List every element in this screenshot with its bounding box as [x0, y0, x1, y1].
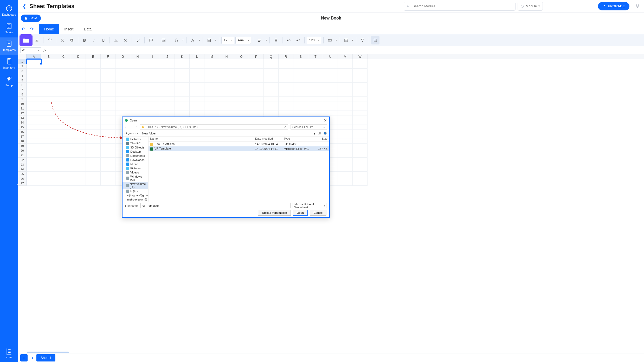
nav-forward-icon[interactable]: → — [130, 125, 133, 128]
cell[interactable] — [160, 73, 175, 78]
cell[interactable] — [27, 87, 41, 92]
cell[interactable] — [219, 111, 234, 115]
cell[interactable] — [41, 59, 56, 64]
cell-reference-box[interactable]: A1▾ — [20, 47, 41, 53]
link-icon[interactable] — [134, 36, 142, 44]
cell[interactable] — [234, 106, 249, 111]
cell[interactable] — [130, 69, 145, 73]
fill-dropdown[interactable]: ▾ — [182, 39, 184, 42]
cell[interactable] — [71, 148, 86, 153]
row-header[interactable]: 17 — [18, 134, 27, 139]
cell[interactable] — [101, 106, 115, 111]
cell[interactable] — [101, 144, 115, 148]
scroll-thumb[interactable] — [27, 352, 69, 353]
cell[interactable] — [204, 83, 219, 87]
cell[interactable] — [101, 115, 115, 120]
col-header[interactable]: N — [219, 54, 234, 59]
cell[interactable] — [56, 134, 71, 139]
cell[interactable] — [115, 87, 130, 92]
cell[interactable] — [115, 73, 130, 78]
cell[interactable] — [27, 101, 41, 106]
cell[interactable] — [71, 101, 86, 106]
cell[interactable] — [71, 153, 86, 158]
row-header[interactable]: 16 — [18, 130, 27, 134]
cell[interactable] — [86, 134, 101, 139]
cell[interactable] — [353, 87, 368, 92]
cell[interactable] — [145, 106, 160, 111]
col-header[interactable]: L — [190, 54, 204, 59]
filter-icon[interactable] — [358, 36, 367, 44]
cell[interactable] — [101, 69, 115, 73]
cell[interactable] — [353, 134, 368, 139]
cell[interactable] — [101, 64, 115, 69]
cell[interactable] — [234, 59, 249, 64]
cell[interactable] — [190, 59, 204, 64]
cell[interactable] — [56, 111, 71, 115]
row-header[interactable]: 7 — [18, 87, 27, 92]
cell[interactable] — [71, 115, 86, 120]
cell[interactable] — [101, 73, 115, 78]
cell[interactable] — [308, 97, 323, 101]
number-format-select[interactable]: 123 — [307, 37, 321, 44]
col-header[interactable]: O — [234, 54, 249, 59]
cell[interactable] — [338, 83, 353, 87]
cell[interactable] — [175, 73, 190, 78]
cell[interactable] — [204, 101, 219, 106]
cell[interactable] — [308, 59, 323, 64]
cell[interactable] — [41, 87, 56, 92]
cell[interactable] — [41, 115, 56, 120]
cell[interactable] — [56, 106, 71, 111]
cell[interactable] — [279, 87, 293, 92]
cell[interactable] — [338, 64, 353, 69]
cell[interactable] — [353, 162, 368, 167]
cell[interactable] — [353, 97, 368, 101]
cell[interactable] — [160, 92, 175, 97]
cell[interactable] — [293, 97, 308, 101]
cell[interactable] — [308, 101, 323, 106]
row-header[interactable]: 15 — [18, 125, 27, 130]
cell[interactable] — [234, 111, 249, 115]
cell[interactable] — [308, 92, 323, 97]
row-header[interactable]: 22 — [18, 158, 27, 162]
cell[interactable] — [264, 64, 279, 69]
cell[interactable] — [338, 73, 353, 78]
cell[interactable] — [234, 64, 249, 69]
cell[interactable] — [264, 78, 279, 83]
cell[interactable] — [86, 64, 101, 69]
cell[interactable] — [204, 73, 219, 78]
tree-item[interactable]: New Volume (D:) — [123, 182, 148, 189]
download-icon[interactable] — [33, 36, 41, 44]
open-file-button[interactable] — [20, 35, 32, 46]
cell[interactable] — [353, 120, 368, 125]
cell[interactable] — [353, 115, 368, 120]
cell[interactable] — [293, 69, 308, 73]
col-header[interactable]: T — [308, 54, 323, 59]
cell[interactable] — [56, 130, 71, 134]
cell[interactable] — [338, 69, 353, 73]
sidebar-item-setup[interactable]: Setup — [0, 73, 18, 90]
cell[interactable] — [27, 172, 41, 176]
col-header[interactable]: U — [323, 54, 338, 59]
cell[interactable] — [41, 73, 56, 78]
cell[interactable] — [71, 181, 86, 186]
sidebar-expand-handle[interactable]: » — [16, 181, 18, 188]
cell[interactable] — [204, 64, 219, 69]
tab-home[interactable]: Home — [39, 24, 59, 34]
text-color-dropdown[interactable]: ▾ — [198, 39, 201, 42]
cell[interactable] — [56, 144, 71, 148]
cell[interactable] — [86, 176, 101, 181]
cell[interactable] — [353, 101, 368, 106]
cell[interactable] — [190, 111, 204, 115]
cell[interactable] — [130, 111, 145, 115]
cell[interactable] — [41, 125, 56, 130]
cell[interactable] — [338, 134, 353, 139]
cell[interactable] — [293, 78, 308, 83]
cell[interactable] — [219, 101, 234, 106]
cell[interactable] — [27, 69, 41, 73]
cell[interactable] — [101, 130, 115, 134]
cell[interactable] — [86, 92, 101, 97]
italic-icon[interactable]: I — [90, 36, 98, 44]
cell[interactable] — [56, 139, 71, 144]
cell[interactable] — [175, 101, 190, 106]
cell[interactable] — [56, 158, 71, 162]
